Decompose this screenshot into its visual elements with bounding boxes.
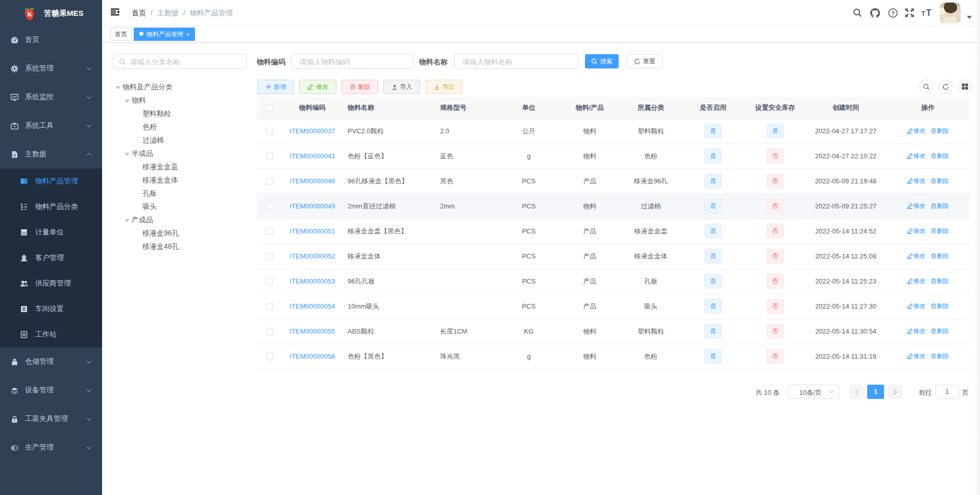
- svg-text:T: T: [921, 10, 925, 17]
- svg-text:K: K: [27, 10, 33, 18]
- svg-text:?: ?: [891, 10, 894, 16]
- svg-text:T: T: [926, 8, 932, 17]
